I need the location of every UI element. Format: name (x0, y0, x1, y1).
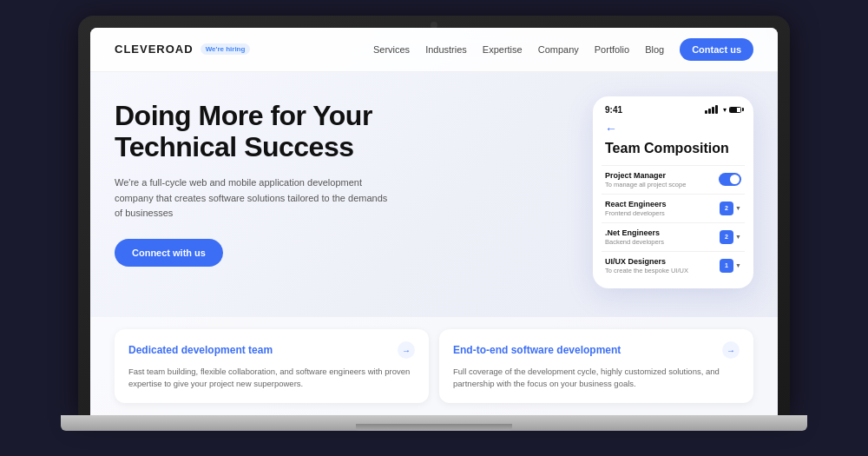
nav-portfolio[interactable]: Portfolio (595, 44, 629, 55)
net-engineers-counter[interactable]: 2 ▼ (720, 230, 741, 244)
laptop-screen: CLEVEROAD We're hiring Services Industri… (90, 28, 778, 415)
team-item-project-manager: Project Manager To manage all project sc… (602, 165, 745, 194)
contact-us-button[interactable]: Contact us (680, 38, 753, 61)
react-engineers-counter[interactable]: 2 ▼ (720, 202, 741, 215)
bottom-card-dedicated: Dedicated development team → Fast team b… (115, 329, 429, 403)
net-engineers-count: 2 (720, 230, 733, 244)
logo: CLEVEROAD (115, 43, 194, 56)
chevron-down-icon-2: ▼ (735, 234, 741, 240)
team-item-name-3: UI/UX Designers (605, 257, 688, 266)
team-item-sub-0: To manage all project scope (605, 181, 686, 188)
hero-title: Doing More for Your Technical Success (115, 100, 575, 164)
uiux-designers-counter[interactable]: 1 ▼ (720, 259, 741, 273)
nav-industries[interactable]: Industries (425, 44, 467, 55)
bottom-card-endtoend-header: End-to-end software development → (453, 341, 740, 359)
team-item-sub-2: Backend developers (605, 238, 664, 246)
team-item-name-1: React Engineers (605, 200, 667, 208)
nav-blog[interactable]: Blog (645, 44, 664, 55)
bottom-card-dedicated-title: Dedicated development team (128, 344, 273, 356)
website: CLEVEROAD We're hiring Services Industri… (90, 28, 778, 415)
bottom-card-endtoend-title: End-to-end software development (453, 344, 621, 356)
endtoend-arrow-button[interactable]: → (722, 341, 740, 359)
mobile-status-bar: 9:41 ▾ (602, 105, 745, 120)
team-item-uiux-designers: UI/UX Designers To create the bespoke UI… (602, 251, 745, 280)
team-item-sub-1: Frontend developers (605, 209, 667, 217)
mobile-ui-card: 9:41 ▾ (593, 96, 753, 288)
mobile-back-button[interactable]: ← (602, 120, 745, 137)
mobile-status-icons: ▾ (705, 105, 741, 114)
hero-content: Doing More for Your Technical Success We… (115, 93, 575, 318)
laptop-container: CLEVEROAD We're hiring Services Industri… (78, 16, 790, 441)
team-item-net-engineers: .Net Engineers Backend developers 2 ▼ (602, 222, 745, 251)
screen-bezel: CLEVEROAD We're hiring Services Industri… (78, 16, 790, 415)
team-item-name-2: .Net Engineers (605, 228, 664, 237)
mobile-time: 9:41 (605, 105, 622, 115)
battery-icon (729, 107, 741, 113)
react-engineers-count: 2 (720, 202, 733, 215)
team-item-name-0: Project Manager (605, 171, 686, 180)
team-item-sub-3: To create the bespoke UI/UX (605, 267, 688, 274)
hero-section: Doing More for Your Technical Success We… (90, 72, 778, 318)
nav-links: Services Industries Expertise Company Po… (373, 38, 753, 61)
hero-subtitle: We're a full-cycle web and mobile applic… (115, 175, 392, 221)
chevron-down-icon: ▼ (735, 205, 741, 211)
nav-expertise[interactable]: Expertise (483, 44, 523, 55)
uiux-designers-count: 1 (720, 259, 733, 273)
connect-button[interactable]: Connect with us (115, 239, 223, 267)
dedicated-arrow-button[interactable]: → (398, 341, 415, 359)
project-manager-toggle[interactable] (719, 173, 741, 186)
nav-company[interactable]: Company (538, 44, 579, 55)
nav-services[interactable]: Services (373, 44, 410, 55)
laptop-base (61, 415, 807, 431)
bottom-card-dedicated-text: Fast team building, flexible collaborati… (128, 366, 415, 391)
bottom-card-endtoend-text: Full coverage of the development cycle, … (453, 366, 740, 391)
bottom-card-endtoend: End-to-end software development → Full c… (439, 329, 753, 403)
bottom-card-dedicated-header: Dedicated development team → (128, 341, 415, 359)
team-item-react-engineers: React Engineers Frontend developers 2 ▼ (602, 194, 745, 222)
mobile-screen-title: Team Composition (602, 141, 745, 156)
navbar: CLEVEROAD We're hiring Services Industri… (90, 28, 778, 72)
chevron-down-icon-3: ▼ (735, 262, 741, 268)
bottom-cards-section: Dedicated development team → Fast team b… (90, 317, 778, 415)
hiring-badge: We're hiring (201, 43, 251, 55)
